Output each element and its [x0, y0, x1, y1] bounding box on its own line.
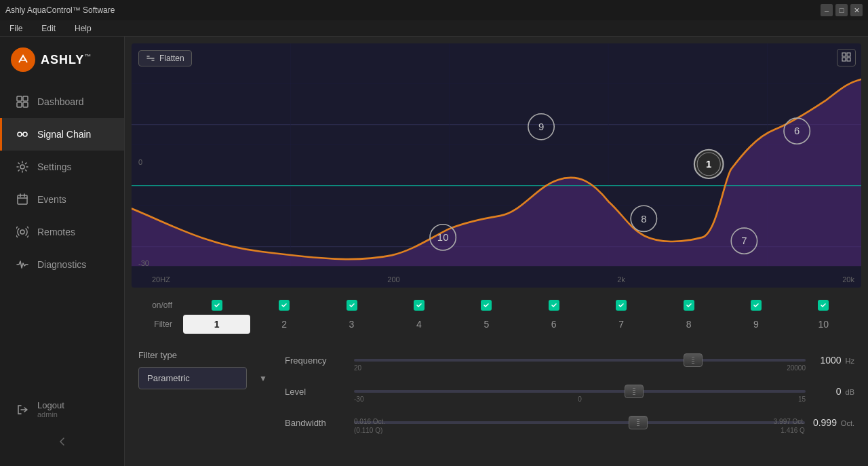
check-1[interactable] — [212, 300, 222, 311]
frequency-min-label: 20 — [354, 364, 361, 372]
titlebar-controls: – □ ✕ — [821, 4, 863, 16]
level-track — [354, 390, 806, 393]
filter-check-9[interactable] — [722, 300, 789, 311]
sidebar-dashboard-label: Dashboard — [37, 96, 84, 107]
logout-label-group: Logout admin — [37, 400, 64, 419]
sidebar-item-remotes[interactable]: Remotes — [0, 216, 124, 248]
sidebar-item-logout[interactable]: Logout admin — [0, 391, 124, 428]
collapse-sidebar-button[interactable] — [0, 428, 124, 455]
sidebar-item-signal-chain[interactable]: Signal Chain — [0, 118, 124, 151]
level-track-wrapper[interactable]: -30 0 15 — [354, 381, 806, 402]
filter-num-3[interactable]: 3 — [318, 315, 385, 334]
sidebar: ASHLY™ Dashboard — [0, 37, 125, 466]
filter-num-2[interactable]: 2 — [250, 315, 317, 334]
check-7[interactable] — [616, 300, 627, 311]
filter-num-6[interactable]: 6 — [520, 315, 587, 334]
frequency-row: Frequency 20 20000 1000 Hz — [285, 350, 854, 370]
sidebar-item-dashboard[interactable]: Dashboard — [0, 85, 124, 118]
check-10[interactable] — [818, 300, 829, 311]
sidebar-item-diagnostics[interactable]: Diagnostics — [0, 248, 124, 281]
filter-num-8[interactable]: 8 — [655, 315, 722, 334]
maximize-button[interactable]: □ — [835, 4, 848, 16]
filter-check-2[interactable] — [250, 300, 317, 311]
close-button[interactable]: ✕ — [850, 4, 863, 16]
sidebar-item-events[interactable]: Events — [0, 183, 124, 216]
check-4[interactable] — [414, 300, 425, 311]
level-thumb[interactable] — [625, 385, 644, 398]
frequency-unit: Hz — [846, 357, 854, 365]
level-unit: dB — [846, 388, 854, 396]
menu-file[interactable]: File — [5, 22, 26, 35]
svg-text:9: 9 — [538, 121, 544, 132]
signal-chain-icon — [16, 128, 29, 141]
menubar: File Edit Help — [0, 20, 868, 37]
filter-label: Filter — [154, 319, 183, 329]
sidebar-signal-chain-label: Signal Chain — [37, 129, 91, 140]
filter-select-wrapper: Parametric High Pass Low Pass High Shelf… — [138, 367, 274, 389]
filter-check-3[interactable] — [318, 300, 385, 311]
bandwidth-label: Bandwidth — [285, 418, 346, 428]
sidebar-item-settings[interactable]: Settings — [0, 151, 124, 183]
check-8[interactable] — [684, 300, 694, 311]
filter-check-10[interactable] — [790, 300, 857, 311]
bandwidth-max-sub: 1.416 Q — [774, 427, 805, 434]
svg-text:1: 1 — [706, 159, 711, 170]
sidebar-logout-sub: admin — [37, 410, 64, 419]
svg-point-6 — [23, 132, 27, 136]
onoff-label: on/off — [136, 300, 183, 310]
flatten-label: Flatten — [159, 54, 184, 63]
svg-point-7 — [20, 165, 24, 169]
eq-svg: 9 6 5 8 10 7 1 — [132, 43, 861, 288]
sidebar-diagnostics-label: Diagnostics — [37, 259, 86, 270]
filter-type-select[interactable]: Parametric High Pass Low Pass High Shelf… — [138, 367, 247, 389]
bandwidth-track — [354, 421, 805, 424]
bandwidth-min-sub: (0.110 Q) — [354, 427, 385, 434]
filter-check-4[interactable] — [385, 300, 452, 311]
menu-edit[interactable]: Edit — [37, 22, 60, 35]
filter-type-group: Filter type Parametric High Pass Low Pas… — [138, 350, 274, 433]
bandwidth-row: Bandwidth 0.016 Oct. (0.110 Q) 3.997 Oct… — [285, 412, 854, 433]
filter-num-7[interactable]: 7 — [587, 315, 654, 334]
frequency-thumb[interactable] — [684, 353, 703, 367]
filter-num-1[interactable]: 1 — [183, 315, 250, 334]
filter-onoff-row: on/off — [125, 294, 868, 311]
check-6[interactable] — [549, 300, 559, 311]
filter-check-8[interactable] — [655, 300, 722, 311]
filter-num-4[interactable]: 4 — [385, 315, 452, 334]
filter-number-row: Filter 1 2 3 4 5 6 7 8 9 10 — [125, 311, 868, 339]
minimize-button[interactable]: – — [821, 4, 833, 16]
bandwidth-unit: Oct. — [841, 419, 854, 427]
filter-type-label: Filter type — [138, 350, 274, 360]
eq-chart-container: Flatten 15 0 -30 20HZ 200 2k 20k — [132, 43, 861, 288]
filter-check-6[interactable] — [520, 300, 587, 311]
bandwidth-thumb[interactable] — [629, 416, 648, 429]
sidebar-settings-label: Settings — [37, 161, 72, 172]
flatten-button[interactable]: Flatten — [138, 50, 192, 66]
filter-checks — [183, 300, 857, 311]
filter-num-10[interactable]: 10 — [790, 315, 857, 334]
logo-tm: ™ — [84, 53, 92, 60]
bandwidth-max-label: 3.997 Oct. — [774, 418, 805, 425]
svg-rect-3 — [17, 102, 22, 107]
check-9[interactable] — [751, 300, 762, 311]
menu-help[interactable]: Help — [71, 22, 96, 35]
level-min-label: -30 — [354, 395, 363, 403]
select-arrow-icon: ▼ — [259, 374, 267, 383]
logout-icon — [16, 403, 29, 416]
check-2[interactable] — [279, 300, 290, 311]
filter-num-9[interactable]: 9 — [722, 315, 789, 334]
filter-numbers: 1 2 3 4 5 6 7 8 9 10 — [183, 315, 857, 334]
filter-check-1[interactable] — [183, 300, 250, 311]
logo-mark — [11, 47, 35, 72]
bandwidth-track-wrapper[interactable]: 0.016 Oct. (0.110 Q) 3.997 Oct. 1.416 Q — [354, 412, 805, 433]
filter-num-5[interactable]: 5 — [453, 315, 520, 334]
sliders-group: Frequency 20 20000 1000 Hz Le — [285, 350, 854, 433]
frequency-track-wrapper[interactable]: 20 20000 — [354, 350, 806, 370]
svg-rect-8 — [18, 195, 27, 204]
chart-options-button[interactable] — [837, 49, 856, 66]
filter-check-7[interactable] — [587, 300, 654, 311]
check-5[interactable] — [481, 300, 492, 311]
sidebar-events-label: Events — [37, 194, 66, 205]
check-3[interactable] — [347, 300, 357, 311]
filter-check-5[interactable] — [453, 300, 520, 311]
